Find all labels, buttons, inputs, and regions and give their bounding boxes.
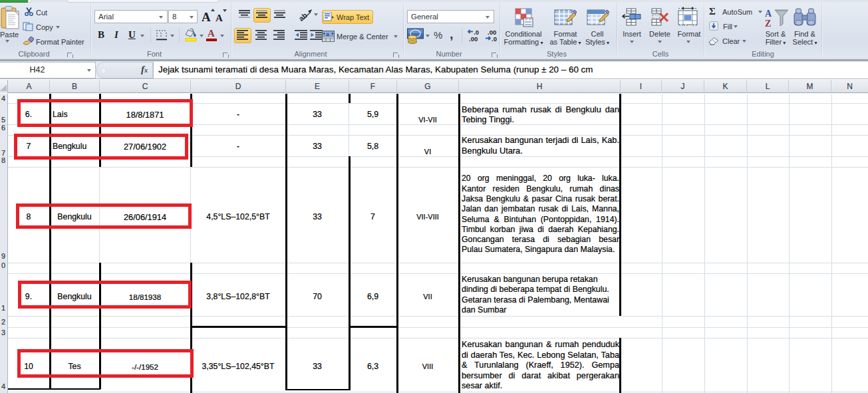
- svg-text:A: A: [765, 9, 772, 19]
- svg-text:.00: .00: [469, 35, 478, 42]
- svg-text:a: a: [326, 31, 329, 37]
- svg-text:ab: ab: [299, 11, 309, 22]
- svg-text:Z: Z: [765, 19, 771, 29]
- svg-text:.0: .0: [492, 35, 497, 42]
